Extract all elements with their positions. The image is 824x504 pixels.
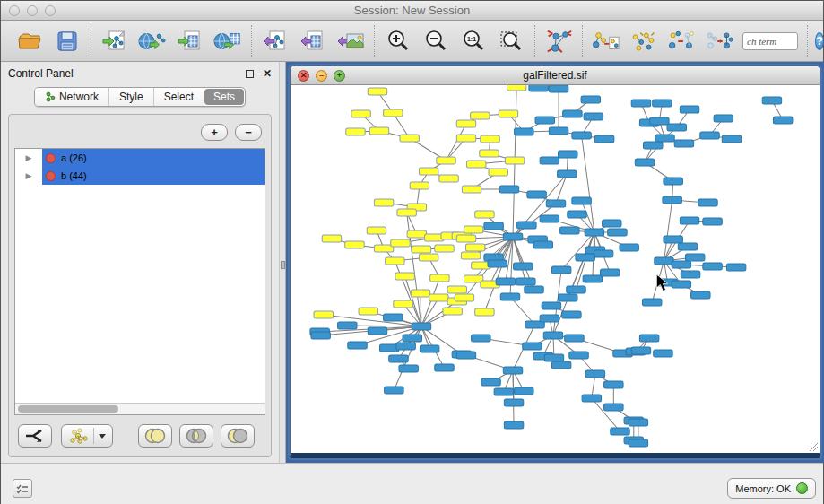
save-session-icon[interactable] (53, 27, 82, 56)
graph-node-blue[interactable] (594, 250, 612, 257)
graph-node-blue[interactable] (762, 97, 781, 104)
graph-node-blue[interactable] (542, 302, 560, 309)
graph-node-yellow[interactable] (507, 85, 525, 91)
graph-node-blue[interactable] (559, 294, 577, 301)
graph-node-blue[interactable] (546, 200, 565, 207)
graph-node-blue[interactable] (703, 263, 722, 270)
graph-node-blue[interactable] (601, 269, 620, 276)
graph-node-yellow[interactable] (384, 109, 403, 117)
zoom-out-icon[interactable] (421, 27, 450, 56)
graph-node-blue[interactable] (338, 322, 357, 329)
network-frame[interactable]: galFiltered.sif ✕ – + (290, 65, 820, 458)
graph-node-blue[interactable] (496, 278, 515, 285)
graph-node-blue[interactable] (603, 220, 621, 227)
graph-node-yellow[interactable] (464, 226, 482, 233)
graph-node-blue[interactable] (535, 117, 554, 124)
graph-node-blue[interactable] (620, 244, 638, 251)
graph-node-yellow[interactable] (456, 135, 475, 142)
graph-node-blue[interactable] (549, 127, 568, 135)
graph-node-blue[interactable] (581, 96, 600, 103)
graph-node-blue[interactable] (678, 243, 697, 250)
graph-node-blue[interactable] (672, 261, 690, 268)
graph-node-blue[interactable] (348, 342, 367, 349)
graph-node-blue[interactable] (582, 395, 601, 402)
graph-node-blue[interactable] (514, 263, 533, 270)
graph-node-blue[interactable] (516, 278, 535, 285)
graph-node-blue[interactable] (540, 157, 559, 164)
graph-node-yellow[interactable] (346, 128, 365, 135)
graph-node-yellow[interactable] (443, 308, 462, 315)
graph-node-yellow[interactable] (397, 209, 416, 216)
export-image-icon[interactable] (336, 27, 365, 56)
graph-node-yellow[interactable] (505, 157, 524, 164)
network-graph[interactable] (291, 85, 820, 453)
graph-node-blue[interactable] (664, 178, 682, 185)
graph-node-blue[interactable] (585, 370, 604, 378)
graph-node-yellow[interactable] (410, 182, 429, 189)
graph-node-yellow[interactable] (359, 308, 377, 315)
graph-node-blue[interactable] (664, 236, 682, 243)
graph-node-blue[interactable] (629, 439, 647, 447)
graph-node-blue[interactable] (644, 142, 663, 149)
export-network-icon[interactable] (261, 27, 290, 56)
graph-node-blue[interactable] (527, 191, 546, 198)
graph-node-blue[interactable] (484, 222, 503, 230)
graph-node-blue[interactable] (703, 218, 722, 225)
graph-node-blue[interactable] (655, 257, 673, 265)
graph-node-blue[interactable] (667, 124, 686, 131)
frame-titlebar[interactable]: galFiltered.sif ✕ – + (291, 66, 820, 85)
graph-node-yellow[interactable] (480, 150, 499, 157)
float-panel-icon[interactable] (246, 70, 254, 78)
extract-set-button[interactable] (61, 424, 113, 448)
disclosure-triangle-icon[interactable]: ▶ (15, 171, 42, 180)
graph-node-yellow[interactable] (345, 241, 364, 248)
graph-node-blue[interactable] (642, 299, 661, 306)
graph-node-blue[interactable] (504, 421, 523, 429)
horizontal-scrollbar[interactable] (15, 403, 265, 414)
graph-node-blue[interactable] (562, 311, 581, 318)
graph-node-yellow[interactable] (465, 244, 484, 251)
graph-node-blue[interactable] (631, 100, 650, 107)
graph-node-blue[interactable] (569, 352, 588, 359)
graph-node-yellow[interactable] (374, 199, 393, 206)
graph-node-yellow[interactable] (395, 273, 414, 280)
graph-node-blue[interactable] (389, 355, 408, 362)
graph-node-blue[interactable] (584, 113, 603, 120)
graph-node-blue[interactable] (685, 254, 704, 261)
graph-node-blue[interactable] (540, 315, 559, 322)
graph-node-yellow[interactable] (394, 300, 412, 308)
graph-node-blue[interactable] (543, 332, 562, 339)
graph-node-blue[interactable] (629, 419, 647, 426)
graph-node-yellow[interactable] (400, 135, 419, 142)
graph-node-yellow[interactable] (462, 186, 481, 193)
union-button[interactable] (138, 424, 172, 448)
panel-divider[interactable] (279, 62, 286, 463)
diff-networks-icon[interactable] (667, 27, 696, 56)
graph-node-yellow[interactable] (471, 112, 490, 119)
graph-node-yellow[interactable] (437, 157, 455, 164)
network-canvas[interactable] (291, 85, 820, 453)
apply-layout-icon[interactable] (544, 27, 573, 56)
graph-node-blue[interactable] (540, 215, 559, 222)
graph-node-blue[interactable] (565, 335, 584, 342)
graph-node-blue[interactable] (503, 233, 522, 240)
tab-style[interactable]: Style (108, 88, 153, 106)
graph-node-yellow[interactable] (456, 235, 475, 242)
scrollbar-thumb[interactable] (18, 405, 118, 413)
graph-node-blue[interactable] (672, 281, 690, 288)
import-table-web-icon[interactable] (213, 27, 242, 56)
graph-node-yellow[interactable] (455, 294, 473, 301)
graph-node-blue[interactable] (559, 151, 577, 158)
graph-node-yellow[interactable] (369, 127, 388, 135)
graph-node-yellow[interactable] (430, 274, 449, 282)
graph-node-yellow[interactable] (435, 245, 454, 252)
graph-node-blue[interactable] (488, 260, 507, 267)
graph-node-blue[interactable] (583, 275, 602, 282)
graph-node-blue[interactable] (472, 335, 490, 342)
graph-node-blue[interactable] (533, 241, 552, 248)
import-network-web-icon[interactable] (138, 27, 167, 56)
merge-networks-icon[interactable] (629, 27, 658, 56)
graph-node-yellow[interactable] (351, 110, 370, 117)
graph-node-blue[interactable] (525, 286, 543, 293)
graph-node-blue[interactable] (399, 365, 418, 372)
